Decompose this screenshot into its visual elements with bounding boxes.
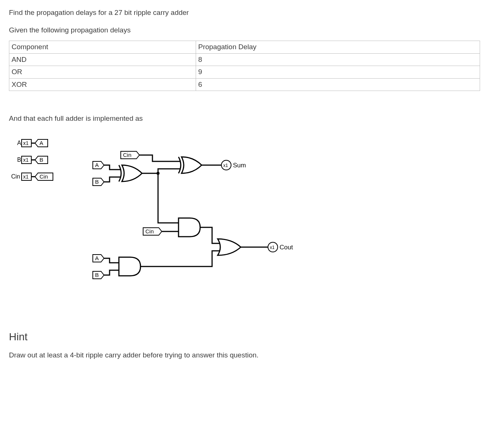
output-cout-label: Cout <box>280 244 293 251</box>
wire <box>104 270 121 275</box>
table-header-component: Component <box>9 41 196 54</box>
wire <box>104 177 121 182</box>
implementation-text: And that each full adder is implemented … <box>9 113 480 124</box>
table-cell-component: XOR <box>9 78 196 91</box>
wire <box>104 165 121 170</box>
table-row: XOR 6 <box>9 78 480 91</box>
input-b-mult: x1 <box>23 157 29 163</box>
a-top-text: A <box>95 162 99 168</box>
input-a-mult: x1 <box>23 140 29 146</box>
table-cell-delay: 8 <box>196 53 480 66</box>
full-adder-circuit: Cin A B <box>78 135 339 314</box>
input-b-label: B <box>17 157 21 163</box>
xor-gate-icon <box>179 157 202 173</box>
a-bot-text: A <box>95 255 99 261</box>
wire <box>158 169 180 173</box>
input-cin-mult: x1 <box>23 174 29 180</box>
inputs-diagram: A x1 A B x1 B Cin x1 Cin <box>9 135 63 187</box>
wire <box>158 173 180 223</box>
cin-top-text: Cin <box>123 152 132 158</box>
table-row: AND 8 <box>9 53 480 66</box>
xor-gate-icon <box>119 165 142 182</box>
input-a-tag-text: A <box>40 140 43 146</box>
propagation-delay-table: Component Propagation Delay AND 8 OR 9 X… <box>9 41 480 91</box>
and-gate-icon <box>179 218 200 237</box>
table-cell-component: OR <box>9 66 196 79</box>
and-gate-icon <box>119 257 141 276</box>
question-given: Given the following propagation delays <box>9 25 480 36</box>
wire <box>104 258 121 263</box>
output-sum-mult: x1 <box>223 163 228 168</box>
table-cell-delay: 9 <box>196 66 480 79</box>
b-bot-text: B <box>95 272 99 278</box>
hint-heading: Hint <box>9 329 480 345</box>
output-cout-mult: x1 <box>270 245 275 250</box>
wire <box>200 227 220 243</box>
wire <box>139 155 180 161</box>
table-header-row: Component Propagation Delay <box>9 41 480 54</box>
output-sum-label: Sum <box>233 162 246 169</box>
table-cell-delay: 6 <box>196 78 480 91</box>
b-top-text: B <box>95 179 99 185</box>
input-a-label: A <box>17 140 21 146</box>
circuit-diagram-row: A x1 A B x1 B Cin x1 Cin <box>9 135 480 314</box>
input-cin-tag-text: Cin <box>40 173 48 180</box>
input-b-tag-text: B <box>40 157 43 163</box>
question-title: Find the propagation delays for a 27 bit… <box>9 7 480 18</box>
or-gate-icon <box>218 239 241 255</box>
wire <box>141 251 220 266</box>
cin-mid-text: Cin <box>145 228 154 234</box>
hint-text: Draw out at least a 4-bit ripple carry a… <box>9 350 480 361</box>
table-row: OR 9 <box>9 66 480 79</box>
input-cin-label: Cin <box>11 173 20 180</box>
table-cell-component: AND <box>9 53 196 66</box>
table-header-delay: Propagation Delay <box>196 41 480 54</box>
